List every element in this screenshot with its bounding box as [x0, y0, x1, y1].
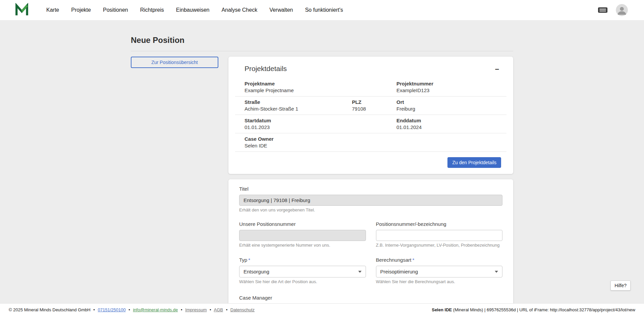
separator-dot: •	[93, 307, 95, 312]
separator-dot: •	[226, 307, 228, 312]
berechnungsart-group: Berechnungsart* Preisoptimierung Wählen …	[376, 257, 503, 284]
berechnungsart-select[interactable]: Preisoptimierung	[376, 266, 503, 277]
titel-helper: Erhält den von uns vorgegebenen Titel.	[239, 207, 502, 212]
field-label: Enddatum	[396, 118, 506, 123]
berechnungsart-select-value: Preisoptimierung	[380, 269, 418, 274]
collapse-card-button[interactable]: –	[494, 65, 500, 73]
position-number-group: Positionsnummer/-bezeichnung Z.B. Intern…	[376, 221, 503, 248]
nav-item-analyse-check[interactable]: Analyse Check	[221, 7, 257, 13]
berechnungsart-label-text: Berechnungsart	[376, 257, 412, 263]
footer-user-name: Selen IDE	[432, 307, 452, 312]
position-number-input[interactable]	[376, 230, 503, 241]
back-to-positions-button[interactable]: Zur Positionsübersicht	[131, 57, 218, 68]
chevron-down-icon	[495, 271, 498, 273]
project-row-dates: Startdatum 01.01.2023 Enddatum 01.01.202…	[235, 115, 506, 133]
field-projektname: Projektname Example Projectname	[245, 81, 352, 93]
right-column: Projektdetails – Projektname Example Pro…	[228, 57, 513, 303]
nav-item-verwalten[interactable]: Verwalten	[269, 7, 293, 13]
case-manager-group: Case Manager	[239, 295, 502, 303]
field-value: 01.01.2023	[245, 124, 352, 130]
person-icon	[616, 4, 628, 16]
go-to-project-details-button[interactable]: Zu den Projektdetails	[447, 157, 501, 168]
nav-item-karte[interactable]: Karte	[46, 7, 59, 13]
field-value: Achim-Stocker-Straße 1	[245, 106, 352, 112]
berechnungsart-label: Berechnungsart*	[376, 257, 503, 263]
help-button[interactable]: Hilfe?	[610, 280, 631, 291]
berechnungsart-helper: Wählen Sie hier die Berechnungsart aus.	[376, 279, 503, 284]
position-number-label: Positionsnummer/-bezeichnung	[376, 221, 503, 227]
content-row: Zur Positionsübersicht Projektdetails – …	[131, 57, 513, 303]
position-number-row: Unsere Positionsnummer Erhält eine syste…	[239, 221, 502, 248]
user-avatar[interactable]	[616, 4, 628, 16]
project-row-owner: Case Owner Selen IDE	[235, 133, 506, 152]
project-row-name: Projektname Example Projectname Projektn…	[235, 78, 506, 97]
agb-link[interactable]: AGB	[214, 307, 223, 312]
typ-label: Typ*	[239, 257, 366, 263]
separator-dot: •	[128, 307, 130, 312]
field-startdatum: Startdatum 01.01.2023	[245, 118, 352, 130]
copyright-text: © 2025 Mineral Minds Deutschland GmbH	[9, 307, 91, 312]
footer-right: Selen IDE (Mineral Minds) | 69576255536d…	[432, 307, 635, 312]
field-case-owner: Case Owner Selen IDE	[245, 136, 352, 148]
nav-item-positionen[interactable]: Positionen	[103, 7, 128, 13]
left-column: Zur Positionsübersicht	[131, 57, 218, 68]
type-calculation-row: Typ* Entsorgung Wählen Sie hier die Art …	[239, 257, 502, 284]
field-label: Ort	[396, 99, 506, 105]
separator-dot: •	[210, 307, 211, 312]
field-value: 01.01.2024	[396, 124, 506, 130]
nav-item-richtpreis[interactable]: Richtpreis	[140, 7, 164, 13]
field-value: Freiburg	[396, 106, 506, 112]
field-strasse: Straße Achim-Stocker-Straße 1	[245, 99, 352, 112]
nav-item-einbauweisen[interactable]: Einbauweisen	[176, 7, 210, 13]
case-manager-label: Case Manager	[239, 295, 502, 301]
field-label: Projektname	[245, 81, 352, 86]
impressum-link[interactable]: Impressum	[185, 307, 207, 312]
required-asterisk: *	[248, 257, 250, 263]
new-position-form-card: Titel Erhält den von uns vorgegebenen Ti…	[228, 179, 513, 303]
main-content: Neue Position Zur Positionsübersicht Pro…	[0, 20, 644, 303]
server-icon[interactable]	[598, 6, 608, 14]
project-details-card: Projektdetails – Projektname Example Pro…	[228, 57, 513, 174]
page-title: Neue Position	[131, 36, 513, 45]
avatar	[616, 4, 628, 16]
typ-group: Typ* Entsorgung Wählen Sie hier die Art …	[239, 257, 366, 284]
top-navbar: Karte Projekte Positionen Richtpreis Ein…	[0, 0, 644, 20]
required-asterisk: *	[412, 257, 414, 263]
typ-label-text: Typ	[239, 257, 247, 263]
navbar-right	[598, 4, 628, 16]
footer-left: © 2025 Mineral Minds Deutschland GmbH • …	[9, 307, 255, 312]
field-enddatum: Enddatum 01.01.2024	[396, 118, 506, 130]
page-footer: © 2025 Mineral Minds Deutschland GmbH • …	[0, 303, 644, 316]
field-plz: PLZ 79108	[352, 99, 396, 112]
titel-input	[239, 195, 502, 206]
titel-label: Titel	[239, 186, 502, 192]
field-label: Straße	[245, 99, 352, 105]
nav-item-so-funktionierts[interactable]: So funktioniert's	[305, 7, 343, 13]
field-label: Projektnummer	[396, 81, 506, 86]
nav-item-projekte[interactable]: Projekte	[71, 7, 91, 13]
typ-select-value: Entsorgung	[244, 269, 269, 274]
email-link[interactable]: info@mineral-minds.de	[133, 307, 178, 312]
typ-select[interactable]: Entsorgung	[239, 266, 366, 277]
field-value: ExampleID123	[396, 87, 506, 93]
our-position-number-label: Unsere Positionsnummer	[239, 221, 366, 227]
server-stack-icon	[598, 6, 608, 14]
field-value: Selen IDE	[245, 143, 352, 148]
footer-session-info: (Mineral Minds) | 69576255536d | URL of …	[452, 307, 635, 312]
main-nav: Karte Projekte Positionen Richtpreis Ein…	[46, 7, 355, 13]
our-position-number-group: Unsere Positionsnummer Erhält eine syste…	[239, 221, 366, 248]
position-number-helper: Z.B. Interne-Vorgangsnummer, LV-Position…	[376, 243, 503, 248]
logo-m-icon	[15, 3, 29, 17]
datenschutz-link[interactable]: Datenschutz	[230, 307, 255, 312]
chevron-down-icon	[358, 271, 362, 273]
titel-group: Titel Erhält den von uns vorgegebenen Ti…	[239, 186, 502, 212]
project-card-actions: Zu den Projektdetails	[235, 152, 506, 168]
phone-link[interactable]: 07151/250100	[98, 307, 126, 312]
mineral-minds-logo[interactable]	[15, 3, 29, 17]
separator-dot: •	[181, 307, 182, 312]
project-field-rows: Projektname Example Projectname Projektn…	[235, 78, 506, 152]
field-ort: Ort Freiburg	[396, 99, 506, 112]
field-label: PLZ	[352, 99, 396, 105]
our-position-number-input	[239, 230, 366, 241]
title-divider	[131, 51, 513, 51]
